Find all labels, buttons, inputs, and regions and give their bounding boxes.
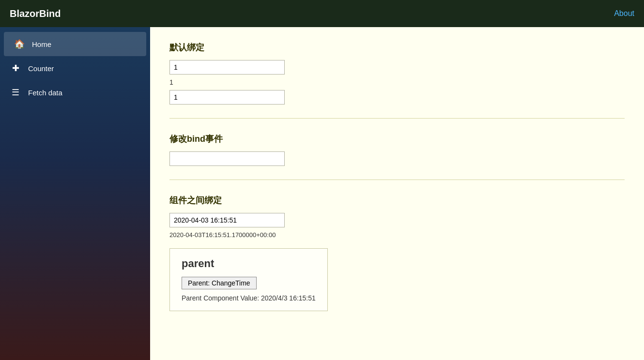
section-title-3: 组件之间绑定 <box>169 195 625 206</box>
main-layout: 🏠 Home ✚ Counter ☰ Fetch data 默认绑定 1 修改b… <box>0 27 644 360</box>
sidebar-item-fetch-data[interactable]: ☰ Fetch data <box>0 80 150 105</box>
navbar: BlazorBind About <box>0 0 644 27</box>
parent-component-box: parent Parent: ChangeTime Parent Compone… <box>169 248 328 311</box>
bind-event-input[interactable] <box>169 151 285 166</box>
datetime-full-value: 2020-04-03T16:15:51.1700000+00:00 <box>169 231 625 239</box>
sidebar-item-label: Home <box>32 40 51 48</box>
section-title-1: 默认绑定 <box>169 42 625 53</box>
about-link[interactable]: About <box>614 9 634 18</box>
default-binding-input-1[interactable] <box>169 60 285 75</box>
section-default-binding: 默认绑定 1 <box>169 42 625 119</box>
sidebar-item-label: Fetch data <box>28 89 62 97</box>
sidebar-item-label: Counter <box>28 64 54 73</box>
change-time-button[interactable]: Parent: ChangeTime <box>182 277 257 289</box>
sidebar: 🏠 Home ✚ Counter ☰ Fetch data <box>0 27 150 360</box>
section-bind-event: 修改bind事件 <box>169 133 625 180</box>
parent-title: parent <box>182 257 316 270</box>
home-icon: 🏠 <box>14 39 25 49</box>
sidebar-item-counter[interactable]: ✚ Counter <box>0 56 150 80</box>
plus-icon: ✚ <box>10 63 21 74</box>
list-icon: ☰ <box>10 87 21 98</box>
app-brand: BlazorBind <box>10 8 61 19</box>
datetime-input[interactable] <box>169 213 285 227</box>
default-binding-input-2[interactable] <box>169 90 285 105</box>
section-component-binding: 组件之间绑定 2020-04-03T16:15:51.1700000+00:00… <box>169 195 625 321</box>
main-content: 默认绑定 1 修改bind事件 组件之间绑定 2020-04-03T16:15:… <box>150 27 644 360</box>
section-title-2: 修改bind事件 <box>169 133 625 145</box>
default-binding-value: 1 <box>169 78 625 86</box>
sidebar-item-home[interactable]: 🏠 Home <box>4 32 146 56</box>
parent-value-text: Parent Component Value: 2020/4/3 16:15:5… <box>182 294 316 302</box>
